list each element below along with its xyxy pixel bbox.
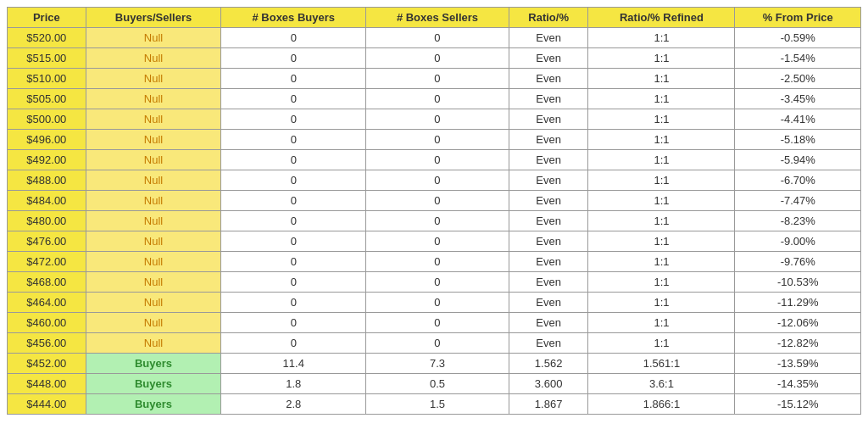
column-header: % From Price [735,8,861,28]
from-price-cell: -2.50% [735,69,861,89]
buyers-sellers-cell: Null [86,231,221,252]
from-price-cell: -1.54% [735,48,861,69]
buyers-sellers-cell: Null [86,48,221,69]
ratio-cell: 1.562 [509,354,588,374]
boxes-buyers-cell: 0 [221,252,366,272]
table-row: $505.00Null00Even1:1-3.45% [8,89,861,109]
ratio-cell: Even [509,252,588,272]
price-cell: $456.00 [8,333,86,354]
boxes-buyers-cell: 0 [221,191,366,211]
buyers-sellers-cell: Null [86,211,221,231]
from-price-cell: -5.18% [735,130,861,150]
column-header: Ratio/% [509,8,588,28]
boxes-sellers-cell: 0 [366,211,509,231]
buyers-sellers-cell: Null [86,89,221,109]
ratio-cell: Even [509,313,588,333]
boxes-sellers-cell: 7.3 [366,354,509,374]
ratio-refined-cell: 1:1 [588,272,735,293]
price-cell: $468.00 [8,272,86,293]
ratio-cell: Even [509,191,588,211]
boxes-sellers-cell: 1.5 [366,394,509,415]
price-cell: $476.00 [8,231,86,252]
buyers-sellers-cell: Null [86,293,221,313]
from-price-cell: -14.35% [735,374,861,394]
from-price-cell: -13.59% [735,354,861,374]
ratio-cell: 3.600 [509,374,588,394]
buyers-sellers-cell: Null [86,130,221,150]
boxes-sellers-cell: 0.5 [366,374,509,394]
boxes-buyers-cell: 0 [221,333,366,354]
column-header: Price [8,8,86,28]
boxes-sellers-cell: 0 [366,69,509,89]
from-price-cell: -6.70% [735,170,861,191]
buyers-sellers-cell: Buyers [86,354,221,374]
price-cell: $484.00 [8,191,86,211]
ratio-cell: Even [509,28,588,48]
buyers-sellers-cell: Null [86,150,221,170]
ratio-cell: Even [509,130,588,150]
table-row: $515.00Null00Even1:1-1.54% [8,48,861,69]
boxes-sellers-cell: 0 [366,150,509,170]
boxes-buyers-cell: 0 [221,130,366,150]
table-row: $520.00Null00Even1:1-0.59% [8,28,861,48]
table-row: $510.00Null00Even1:1-2.50% [8,69,861,89]
ratio-cell: Even [509,109,588,130]
ratio-cell: Even [509,170,588,191]
boxes-buyers-cell: 0 [221,28,366,48]
table-row: $452.00Buyers11.47.31.5621.561:1-13.59% [8,354,861,374]
ratio-cell: Even [509,211,588,231]
ratio-cell: Even [509,293,588,313]
table-row: $492.00Null00Even1:1-5.94% [8,150,861,170]
buyers-sellers-cell: Buyers [86,394,221,415]
boxes-sellers-cell: 0 [366,293,509,313]
table-row: $448.00Buyers1.80.53.6003.6:1-14.35% [8,374,861,394]
ratio-refined-cell: 1:1 [588,89,735,109]
boxes-sellers-cell: 0 [366,231,509,252]
price-cell: $472.00 [8,252,86,272]
ratio-cell: Even [509,272,588,293]
from-price-cell: -4.41% [735,109,861,130]
boxes-buyers-cell: 0 [221,48,366,69]
boxes-sellers-cell: 0 [366,109,509,130]
ratio-refined-cell: 1:1 [588,48,735,69]
boxes-sellers-cell: 0 [366,48,509,69]
ratio-cell: Even [509,89,588,109]
boxes-sellers-cell: 0 [366,130,509,150]
column-header: Buyers/Sellers [86,8,221,28]
table-row: $464.00Null00Even1:1-11.29% [8,293,861,313]
ratio-refined-cell: 1:1 [588,170,735,191]
table-row: $488.00Null00Even1:1-6.70% [8,170,861,191]
boxes-sellers-cell: 0 [366,191,509,211]
ratio-refined-cell: 1:1 [588,211,735,231]
from-price-cell: -3.45% [735,89,861,109]
buyers-sellers-cell: Null [86,191,221,211]
table-row: $460.00Null00Even1:1-12.06% [8,313,861,333]
buyers-sellers-cell: Null [86,252,221,272]
price-table: PriceBuyers/Sellers# Boxes Buyers# Boxes… [7,7,861,415]
from-price-cell: -9.76% [735,252,861,272]
boxes-buyers-cell: 2.8 [221,394,366,415]
ratio-cell: Even [509,231,588,252]
buyers-sellers-cell: Buyers [86,374,221,394]
ratio-refined-cell: 1:1 [588,252,735,272]
price-cell: $492.00 [8,150,86,170]
table-row: $456.00Null00Even1:1-12.82% [8,333,861,354]
from-price-cell: -12.06% [735,313,861,333]
ratio-cell: Even [509,48,588,69]
ratio-cell: 1.867 [509,394,588,415]
price-cell: $480.00 [8,211,86,231]
price-cell: $464.00 [8,293,86,313]
ratio-refined-cell: 1.561:1 [588,354,735,374]
ratio-refined-cell: 1:1 [588,231,735,252]
ratio-refined-cell: 1:1 [588,313,735,333]
ratio-cell: Even [509,333,588,354]
from-price-cell: -15.12% [735,394,861,415]
boxes-buyers-cell: 0 [221,109,366,130]
boxes-sellers-cell: 0 [366,89,509,109]
price-cell: $510.00 [8,69,86,89]
table-row: $476.00Null00Even1:1-9.00% [8,231,861,252]
table-row: $500.00Null00Even1:1-4.41% [8,109,861,130]
ratio-refined-cell: 1:1 [588,333,735,354]
price-cell: $452.00 [8,354,86,374]
buyers-sellers-cell: Null [86,170,221,191]
